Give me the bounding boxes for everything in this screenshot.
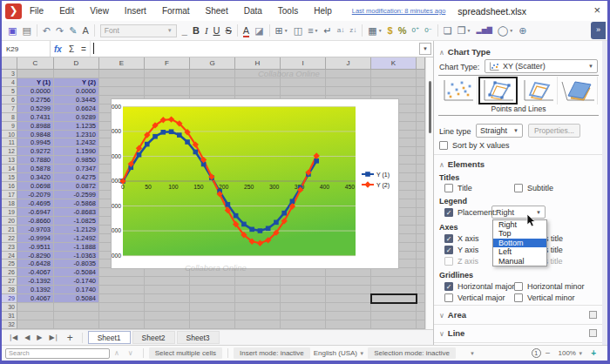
cell[interactable]	[281, 320, 326, 329]
zoom-out-button[interactable]: −	[541, 348, 555, 358]
row-header-25[interactable]: 25	[2, 260, 17, 268]
area-dialog-launcher-icon[interactable]	[589, 311, 597, 319]
cell[interactable]	[417, 234, 425, 243]
checkbox[interactable]	[514, 282, 523, 291]
placement-checkbox[interactable]: ✓Placement:	[444, 208, 497, 217]
cell[interactable]	[190, 312, 235, 320]
cell[interactable]	[417, 138, 425, 147]
cell[interactable]	[417, 252, 425, 260]
cell[interactable]: -1.2129	[54, 226, 99, 234]
previous-sheet-icon[interactable]: ◀	[21, 334, 33, 341]
menu-file[interactable]: File	[22, 1, 51, 21]
cell[interactable]	[371, 303, 417, 312]
cell[interactable]	[417, 226, 425, 234]
cell[interactable]	[54, 312, 99, 320]
checkbox[interactable]	[444, 184, 453, 192]
axis-checkbox-0[interactable]: ✓X axis	[444, 234, 479, 243]
cell[interactable]	[417, 131, 425, 139]
sum-icon[interactable]: Σ	[65, 44, 78, 54]
insert-chart-icon[interactable]: ▂▅▇	[475, 22, 494, 39]
column-header-J[interactable]: J	[326, 57, 371, 70]
cell[interactable]	[281, 286, 326, 294]
insert-mode-status[interactable]: Insert mode: inactive	[234, 347, 310, 359]
search-next-icon[interactable]: ∨	[124, 349, 138, 357]
cell[interactable]	[326, 277, 371, 286]
last-modification-link[interactable]: Last modification: 8 minutes ago	[352, 7, 446, 15]
cell[interactable]	[190, 320, 235, 329]
cell[interactable]	[99, 303, 145, 312]
checkbox[interactable]: ✓	[444, 246, 453, 254]
column-header-F[interactable]: F	[145, 57, 190, 70]
section-header-elements[interactable]: ∧Elements	[439, 159, 485, 169]
select-all-corner[interactable]	[2, 57, 17, 70]
cell[interactable]	[417, 104, 425, 113]
cell[interactable]	[190, 277, 235, 286]
cell[interactable]: -1.0825	[54, 217, 99, 226]
row-header-18[interactable]: 18	[2, 199, 17, 208]
column-header-K[interactable]: K	[371, 57, 417, 70]
wrap-text-icon[interactable]: ↵	[322, 22, 334, 39]
highlight-color-icon[interactable]: ◪	[253, 22, 265, 39]
equals-icon[interactable]: =	[78, 44, 90, 54]
row-header-6[interactable]: 6	[2, 96, 17, 104]
cell[interactable]	[99, 78, 145, 87]
cell[interactable]: -0.6947	[17, 208, 54, 217]
next-sheet-icon[interactable]: ▶	[33, 334, 45, 341]
legend-label[interactable]: Y (1)	[376, 172, 390, 179]
line-type-combobox[interactable]: Straight ▼	[476, 124, 523, 138]
cell[interactable]: 0.9289	[54, 113, 99, 122]
vertical-scrollbar[interactable]	[425, 57, 433, 329]
cell[interactable]	[371, 312, 417, 320]
line-dialog-launcher-icon[interactable]	[589, 329, 597, 337]
cell[interactable]	[99, 294, 145, 303]
cell[interactable]: 0.0698	[17, 182, 54, 191]
currency-icon[interactable]: $	[386, 22, 395, 39]
cell[interactable]: -0.9511	[17, 243, 54, 252]
menu-format[interactable]: Format	[154, 1, 198, 21]
cell[interactable]	[99, 286, 145, 294]
cell[interactable]	[371, 277, 417, 286]
row-header-31[interactable]: 31	[2, 312, 17, 320]
cell[interactable]	[417, 182, 425, 191]
row-header-7[interactable]: 7	[2, 104, 17, 113]
cell[interactable]: 0.9848	[17, 131, 54, 139]
cell[interactable]	[326, 303, 371, 312]
selection-mode-status[interactable]: Selection mode: inactive	[368, 347, 456, 359]
cell[interactable]: 0.9850	[54, 156, 99, 165]
cell[interactable]: 0.4275	[54, 173, 99, 182]
strikethrough-icon[interactable]: S	[224, 22, 234, 39]
cell[interactable]	[281, 294, 326, 303]
cell[interactable]: -0.1392	[17, 277, 54, 286]
select-multiple-cells-status[interactable]: Select multiple cells	[149, 347, 222, 359]
cell[interactable]: -0.1740	[54, 277, 99, 286]
cell[interactable]	[326, 320, 371, 329]
search-input[interactable]	[5, 348, 110, 359]
app-logo-icon[interactable]: ❯	[5, 3, 22, 19]
cell[interactable]	[99, 70, 145, 78]
cell[interactable]	[145, 286, 190, 294]
cell[interactable]	[417, 303, 425, 312]
undo-icon[interactable]: ↶	[41, 22, 52, 39]
row-header-3[interactable]: 3	[2, 70, 17, 78]
sort-descending-icon[interactable]: z↓	[348, 22, 358, 39]
cell[interactable]	[235, 277, 281, 286]
dropdown-option-bottom[interactable]: Bottom	[493, 239, 546, 247]
cell[interactable]	[235, 303, 281, 312]
cell[interactable]	[99, 312, 145, 320]
cell[interactable]: 0.5084	[54, 294, 99, 303]
cell-name-box[interactable]: K29	[2, 41, 51, 57]
language-selector[interactable]: English (USA) ▼	[310, 349, 368, 357]
cell[interactable]	[145, 303, 190, 312]
legend-label[interactable]: Y (2)	[376, 182, 390, 189]
cell[interactable]	[417, 113, 425, 122]
menu-sheet[interactable]: Sheet	[198, 1, 236, 21]
borders-icon[interactable]: ⊞▼	[274, 22, 290, 39]
gridline-checkbox-2[interactable]: Vertical major	[444, 293, 505, 302]
chart-subtype-points-and-lines[interactable]	[478, 77, 518, 104]
cell[interactable]	[235, 87, 281, 96]
insert-image-icon[interactable]: ❒▼	[456, 22, 473, 39]
cell[interactable]: 0.5299	[17, 104, 54, 113]
cell[interactable]: 0.6624	[54, 104, 99, 113]
cell[interactable]: 0.3420	[17, 173, 54, 182]
cell[interactable]: -0.5084	[54, 268, 99, 277]
